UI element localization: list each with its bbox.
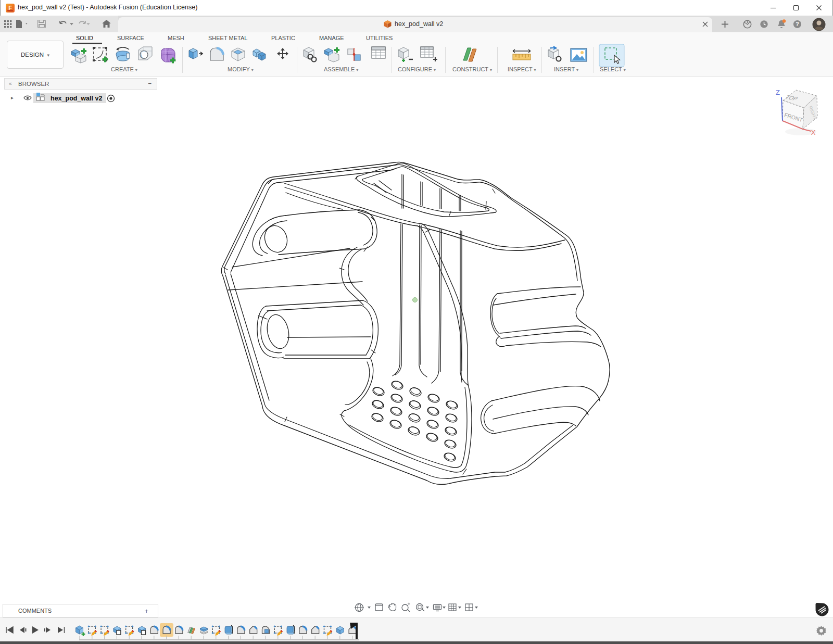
svg-text:X: X [811, 129, 816, 136]
svg-text:?: ? [796, 21, 799, 27]
svg-text:Z: Z [776, 89, 780, 96]
